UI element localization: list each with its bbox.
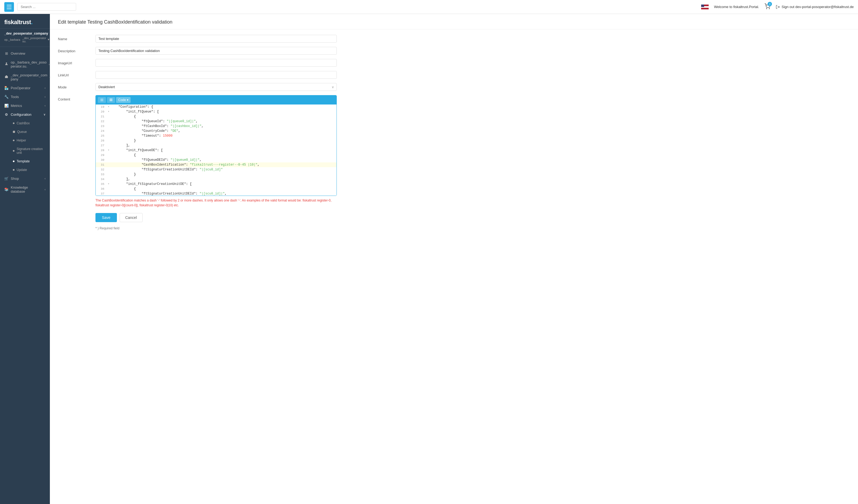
sidebar-item-label: Helper: [17, 139, 26, 142]
code-dropdown-icon: ▾: [127, 98, 128, 102]
fold-arrow-icon[interactable]: ▾: [107, 182, 111, 186]
sidebar-item-label: Knowledge database: [11, 185, 42, 193]
fold-arrow-icon: [107, 167, 111, 172]
mode-label: Mode: [58, 83, 95, 89]
sidebar-item-overview[interactable]: ⊞ Overview: [0, 49, 50, 58]
sidebar-item-tools[interactable]: 🔧 Tools ‹: [0, 93, 50, 101]
language-selector[interactable]: [701, 4, 709, 10]
building-icon: [4, 75, 8, 79]
fold-arrow-icon: [107, 172, 111, 177]
fold-arrow-icon: [107, 186, 111, 191]
fold-arrow-icon: [107, 177, 111, 182]
sidebar: fiskaltrust. _dev_posoperator_company op…: [0, 14, 50, 504]
content-row: Content Code ▾: [58, 95, 850, 196]
svg-rect-13: [110, 100, 113, 100]
form-area: Name Description ImageUrl LinkUrl Mode: [50, 30, 858, 504]
sidebar-item-posoperator1[interactable]: op._barbara_dev_poso perator.su. ‹: [0, 58, 50, 71]
search-input[interactable]: [17, 3, 76, 11]
sidebar-item-cashbox[interactable]: CashBox: [9, 119, 50, 128]
page-header: Edit template Testing CashBoxIdentificat…: [50, 14, 858, 30]
imageurl-input[interactable]: [95, 59, 337, 67]
code-line: 24 "CountryCode": "DE",: [96, 129, 336, 133]
sidebar-item-posoperator[interactable]: 🏪 PosOperator ‹: [0, 84, 50, 93]
code-editor[interactable]: 19▾ "Configuration": {20▾ "init_ftQueue"…: [96, 104, 336, 196]
linkurl-input[interactable]: [95, 71, 337, 79]
code-line: 35▾ "init_ftSignaturCreationUnitDE": [: [96, 182, 336, 186]
user-profile-area: _dev_posoperator_company op._barbara _de…: [0, 29, 50, 47]
name-input[interactable]: [95, 35, 337, 43]
sub-dot-icon: [13, 131, 15, 133]
list2-view-button[interactable]: [107, 97, 115, 103]
user-info[interactable]: op._barbara _dev_posoperator su. ▼: [4, 36, 46, 43]
line-content: {: [111, 186, 336, 191]
sidebar-item-label: Template: [17, 159, 30, 163]
username: op._barbara: [4, 38, 20, 41]
sidebar-item-company[interactable]: _dev_posoperator_com pany ‹: [0, 71, 50, 84]
nav-right: Welcome to fiskaltrust.Portal. 0 Sign ou…: [701, 3, 854, 10]
code-line: 37 "ftSignaturCreationUnitDEId": "|[scu0…: [96, 191, 336, 196]
svg-rect-3: [701, 4, 704, 7]
line-content: "ftQueueId": "|[queue0_id]|",: [111, 119, 336, 124]
line-number: 33: [96, 172, 107, 177]
shop-icon: 🛒: [4, 177, 9, 181]
sidebar-item-metrics[interactable]: 📊 Metrics ‹: [0, 101, 50, 110]
fold-arrow-icon[interactable]: ▾: [107, 148, 111, 153]
line-number: 27: [96, 143, 107, 148]
cart-button[interactable]: 0: [764, 3, 770, 10]
sidebar-item-template[interactable]: Template: [9, 157, 50, 166]
fold-arrow-icon: [107, 138, 111, 143]
sidebar-item-knowledge[interactable]: 📚 Knowledge database ‹: [0, 183, 50, 196]
required-note: * ) Required field: [95, 226, 850, 230]
sidebar-navigation: ⊞ Overview op._barbara_dev_poso perator.…: [0, 47, 50, 504]
svg-rect-14: [110, 100, 113, 101]
fold-arrow-icon[interactable]: ▾: [107, 109, 111, 114]
save-button[interactable]: Save: [95, 213, 117, 222]
code-view-button[interactable]: Code ▾: [116, 97, 131, 103]
sidebar-item-configuration[interactable]: ⚙ Configuration ∨: [0, 110, 50, 119]
nav-arrow: ‹: [49, 63, 50, 66]
mode-select[interactable]: Deaktiviert Aktiviert: [95, 83, 337, 91]
flag-icon: [701, 4, 709, 10]
svg-rect-12: [110, 99, 113, 99]
sidebar-item-label: PosOperator: [11, 86, 31, 90]
nav-arrow: ‹: [45, 86, 46, 90]
list-view-button[interactable]: [98, 97, 106, 103]
code-line: 20▾ "init_ftQueue": [: [96, 109, 336, 114]
list-icon: [100, 98, 104, 102]
sign-out-button[interactable]: Sign out dev-portal-posoperator@fiskaltr…: [776, 5, 854, 9]
brand-logo: fiskaltrust.: [4, 19, 46, 26]
line-number: 23: [96, 124, 107, 129]
user-sub: _dev_posoperator su.: [22, 36, 46, 43]
code-line: 26 }: [96, 138, 336, 143]
cancel-button[interactable]: Cancel: [120, 213, 143, 222]
sidebar-item-label: Signature creation unit: [17, 147, 46, 155]
overview-icon: ⊞: [4, 51, 9, 55]
line-number: 32: [96, 167, 107, 172]
line-number: 29: [96, 153, 107, 158]
line-content: "ftCashBoxId": "|[cashbox_id]|",: [111, 124, 336, 129]
line-number: 22: [96, 119, 107, 124]
line-number: 31: [96, 162, 107, 167]
sidebar-item-queue[interactable]: Queue: [9, 128, 50, 136]
sidebar-item-scu[interactable]: Signature creation unit: [9, 145, 50, 157]
hamburger-button[interactable]: [4, 2, 14, 12]
description-input[interactable]: [95, 47, 337, 55]
sidebar-item-update[interactable]: Update: [9, 166, 50, 174]
imageurl-label: ImageUrl: [58, 59, 95, 65]
line-number: 35: [96, 182, 107, 186]
line-number: 21: [96, 114, 107, 119]
sidebar-item-helper[interactable]: Helper: [9, 136, 50, 145]
sidebar-item-label: Shop: [11, 177, 19, 181]
name-row: Name: [58, 35, 850, 43]
sidebar-item-label: Tools: [11, 95, 19, 99]
fold-arrow-icon: [107, 114, 111, 119]
line-number: 25: [96, 133, 107, 138]
code-line: 30 "ftQueueDEId": "|[queue0_id]|",: [96, 158, 336, 162]
fold-arrow-icon[interactable]: ▾: [107, 104, 111, 109]
sidebar-item-shop[interactable]: 🛒 Shop ‹: [0, 174, 50, 183]
svg-rect-11: [100, 101, 104, 101]
line-content: }: [111, 138, 336, 143]
code-line: 34 ],: [96, 177, 336, 182]
sign-out-label: Sign out dev-portal-posoperator@fiskaltr…: [782, 5, 854, 9]
sub-dot-icon: [13, 123, 15, 124]
